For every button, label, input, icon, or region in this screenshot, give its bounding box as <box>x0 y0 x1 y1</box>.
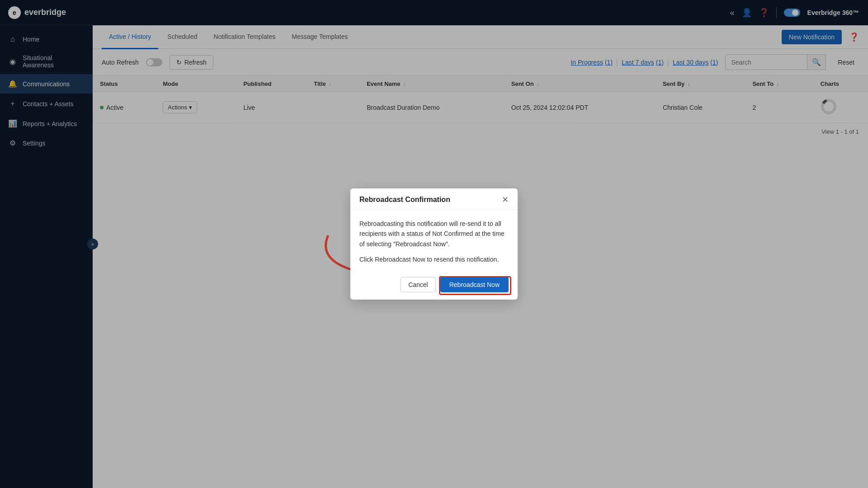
rebroadcast-now-button[interactable]: Rebroadcast Now <box>440 277 509 292</box>
modal-body-line2: Click Rebroadcast Now to resend this not… <box>359 254 509 264</box>
modal-header: Rebroadcast Confirmation ✕ <box>350 188 518 210</box>
modal-backdrop: Rebroadcast Confirmation ✕ Rebroadcastin… <box>0 0 868 488</box>
modal-title: Rebroadcast Confirmation <box>359 196 450 204</box>
modal-body: Rebroadcasting this notification will re… <box>350 210 518 272</box>
modal-footer: Cancel Rebroadcast Now <box>350 272 518 300</box>
modal-body-line1: Rebroadcasting this notification will re… <box>359 219 509 249</box>
modal-wrapper: Rebroadcast Confirmation ✕ Rebroadcastin… <box>350 188 518 300</box>
modal-close-button[interactable]: ✕ <box>502 196 509 204</box>
modal-footer-wrapper: Cancel Rebroadcast Now <box>350 272 518 300</box>
rebroadcast-modal: Rebroadcast Confirmation ✕ Rebroadcastin… <box>350 188 518 300</box>
cancel-button[interactable]: Cancel <box>401 277 436 292</box>
